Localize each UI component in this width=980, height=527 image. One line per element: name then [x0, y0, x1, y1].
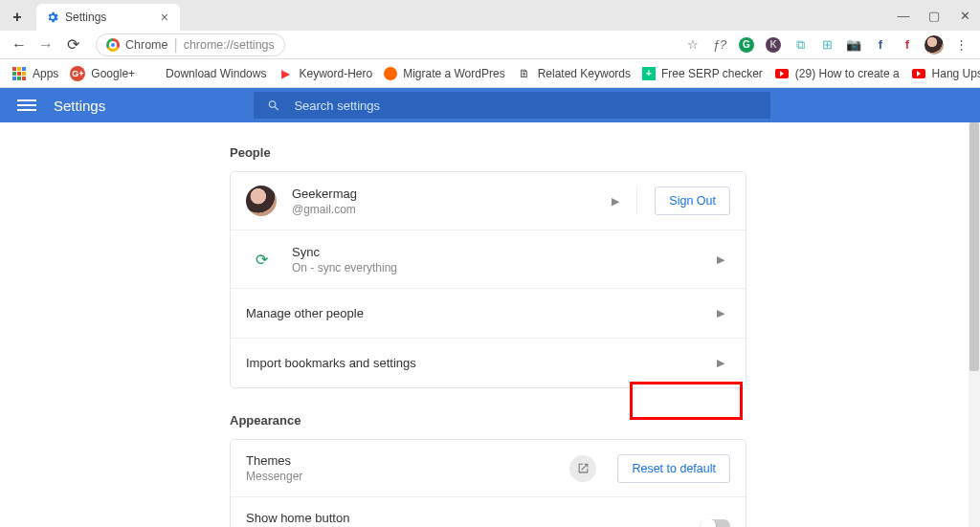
doc-icon: 🗎 — [517, 66, 532, 81]
browser-tab[interactable]: Settings × — [36, 4, 180, 31]
sync-icon: ⟳ — [246, 244, 277, 274]
scrollbar[interactable] — [969, 122, 980, 527]
serp-icon: + — [642, 67, 656, 80]
tab-title: Settings — [65, 11, 106, 24]
site-label: Chrome — [125, 38, 167, 52]
sync-row[interactable]: ⟳ Sync On - sync everything ▶ — [231, 230, 746, 288]
home-button-toggle[interactable] — [702, 519, 730, 528]
hamburger-icon[interactable] — [17, 96, 36, 115]
bookmark-yt2[interactable]: Hang Ups (Want You — [905, 59, 980, 87]
wp-icon — [384, 67, 397, 80]
omnibox[interactable]: Chrome | chrome://settings — [96, 33, 285, 56]
bookmark-serp[interactable]: + Free SERP checker — [636, 59, 768, 87]
ext-fb2-icon[interactable]: f — [897, 34, 918, 55]
settings-content: People Geekermag @gmail.com ▶ Sign Out ⟳… — [0, 122, 980, 527]
manage-people-row[interactable]: Manage other people ▶ — [231, 288, 746, 338]
themes-row[interactable]: Themes Messenger Reset to default — [231, 440, 746, 496]
bookmark-wp[interactable]: Migrate a WordPres — [378, 59, 510, 87]
people-card: Geekermag @gmail.com ▶ Sign Out ⟳ Sync O… — [230, 171, 746, 388]
home-button-row[interactable]: Show home button Disabled — [231, 496, 746, 527]
youtube-icon — [774, 66, 790, 81]
account-name: Geekermag — [292, 187, 606, 201]
bookmarks-bar: Apps G+ Google+ Download Windows ▶ Keywo… — [0, 59, 980, 88]
import-bookmarks-row[interactable]: Import bookmarks and settings ▶ — [231, 338, 746, 387]
maximize-button[interactable]: ▢ — [919, 0, 949, 31]
bookmark-win[interactable]: Download Windows — [141, 59, 272, 87]
bookmark-gplus[interactable]: G+ Google+ — [64, 59, 141, 87]
ext-k-icon[interactable]: K — [763, 34, 784, 55]
bookmark-kh[interactable]: ▶ Keyword-Hero — [272, 59, 378, 87]
url-text: chrome://settings — [184, 38, 275, 52]
chevron-right-icon: ▶ — [711, 307, 730, 319]
browser-titlebar: + Settings × — ▢ ✕ — [0, 0, 980, 31]
back-button[interactable]: ← — [8, 33, 31, 56]
address-bar: ← → ⟳ Chrome | chrome://settings ☆ ƒ? G … — [0, 31, 980, 59]
sync-sub: On - sync everything — [292, 261, 711, 274]
window-controls: — ▢ ✕ — [888, 0, 980, 31]
kh-icon: ▶ — [278, 66, 293, 81]
page-title: Settings — [54, 98, 105, 114]
account-email: @gmail.com — [292, 203, 606, 216]
ext-fb-icon[interactable]: f — [870, 34, 891, 55]
reload-button[interactable]: ⟳ — [61, 33, 84, 56]
profile-avatar[interactable] — [924, 34, 945, 55]
search-input[interactable] — [294, 99, 770, 113]
bookmark-yt1[interactable]: (29) How to create a — [768, 59, 905, 87]
gplus-icon: G+ — [70, 66, 85, 81]
sync-title: Sync — [292, 245, 711, 259]
gear-icon — [46, 11, 59, 24]
youtube-icon — [911, 66, 926, 81]
apps-icon — [11, 66, 27, 81]
minimize-button[interactable]: — — [888, 0, 919, 31]
section-appearance-title: Appearance — [230, 413, 746, 428]
chevron-right-icon: ▶ — [711, 253, 730, 266]
forward-button[interactable]: → — [34, 33, 57, 56]
star-icon[interactable]: ☆ — [682, 34, 703, 55]
close-icon[interactable]: × — [159, 10, 170, 25]
new-tab-button[interactable]: + — [4, 4, 31, 31]
sign-out-button[interactable]: Sign Out — [655, 187, 730, 215]
search-box[interactable] — [254, 92, 770, 119]
windows-icon — [146, 67, 160, 80]
section-people-title: People — [230, 145, 746, 160]
appearance-card: Themes Messenger Reset to default Show h… — [230, 439, 746, 527]
ext-clip-icon[interactable]: ⧉ — [790, 34, 811, 55]
avatar-icon — [246, 186, 277, 216]
ext-camera-icon[interactable]: 📷 — [843, 34, 864, 55]
settings-header: Settings — [0, 88, 980, 122]
ext-grid-icon[interactable]: ⊞ — [816, 34, 837, 55]
chevron-right-icon: ▶ — [606, 195, 625, 208]
open-external-icon[interactable] — [569, 455, 596, 482]
account-row[interactable]: Geekermag @gmail.com ▶ Sign Out — [231, 172, 746, 230]
ext-g-icon[interactable]: G — [736, 34, 757, 55]
chrome-icon — [106, 38, 120, 52]
menu-icon[interactable]: ⋮ — [950, 34, 971, 55]
bookmark-apps[interactable]: Apps — [6, 59, 64, 87]
bookmark-doc[interactable]: 🗎 Related Keywords — [511, 59, 636, 87]
chevron-right-icon: ▶ — [711, 357, 730, 369]
close-button[interactable]: ✕ — [949, 0, 980, 31]
search-icon — [267, 99, 280, 113]
reset-theme-button[interactable]: Reset to default — [617, 454, 730, 483]
ext-f-icon[interactable]: ƒ? — [709, 34, 730, 55]
